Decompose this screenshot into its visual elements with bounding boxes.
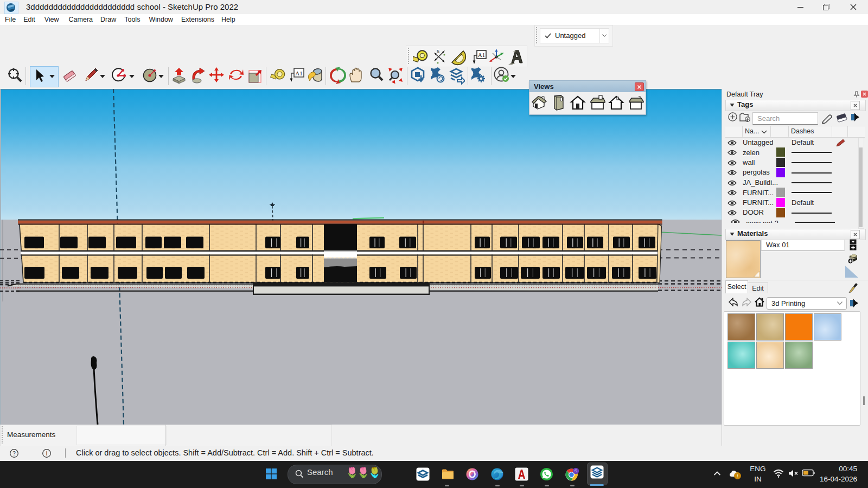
svg-text:?: ? [12,451,16,457]
svg-text:5: 5 [437,49,439,54]
svg-text:A1: A1 [478,52,485,58]
svg-text:!: ! [737,473,738,479]
svg-text:i: i [46,450,47,457]
svg-text:S: S [575,468,577,473]
svg-text:A1: A1 [295,70,302,76]
